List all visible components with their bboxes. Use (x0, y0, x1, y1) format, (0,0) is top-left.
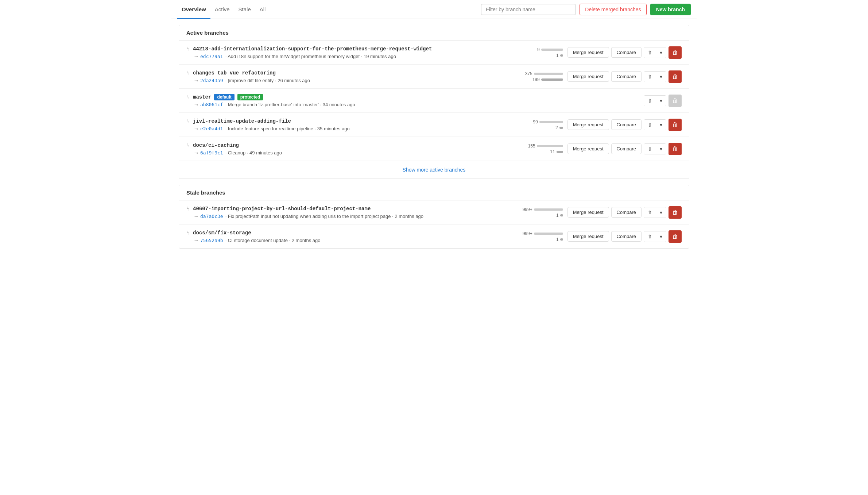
show-more-row: Show more active branches (179, 161, 689, 179)
branch-name-row: ⑂ jivl-realtime-update-adding-file (186, 118, 522, 124)
delete-branch-button[interactable]: 🗑 (669, 143, 682, 155)
delete-merged-button[interactable]: Delete merged branches (580, 4, 646, 15)
upload-dropdown-group: ⇧ ▾ (644, 95, 666, 106)
dropdown-button[interactable]: ▾ (656, 96, 666, 106)
branch-name: master (193, 94, 211, 100)
merge-request-button[interactable]: Merge request (567, 231, 609, 242)
commit-icon: ⊸ (194, 78, 198, 83)
stale-section-title: Stale branches (186, 189, 225, 196)
delete-branch-button[interactable]: 🗑 (669, 119, 682, 131)
branch-info: ⑂ 44218-add-internationalization-support… (186, 46, 524, 59)
compare-button[interactable]: Compare (611, 119, 642, 130)
upload-button[interactable]: ⇧ (644, 96, 656, 106)
behind-bar-row: 999+ (521, 231, 563, 236)
nav-tab-overview[interactable]: Overview (177, 0, 210, 19)
behind-bar-row: 155 (524, 143, 563, 149)
branch-row: ⑂ 40607-importing-project-by-url-should-… (179, 200, 689, 225)
branch-row: ⑂ 44218-add-internationalization-support… (179, 41, 689, 65)
bar-container: 375 199 (521, 71, 563, 82)
upload-button[interactable]: ⇧ (644, 120, 656, 130)
upload-button[interactable]: ⇧ (644, 72, 656, 82)
merge-request-button[interactable]: Merge request (567, 47, 609, 58)
row-actions: Merge request Compare ⇧ ▾ 🗑 (567, 46, 682, 59)
nav-tab-all[interactable]: All (255, 0, 270, 19)
dropdown-button[interactable]: ▾ (656, 231, 666, 242)
upload-dropdown-group: ⇧ ▾ (644, 119, 666, 130)
commit-hash-link[interactable]: e2e0a4d1 (200, 126, 223, 131)
dropdown-button[interactable]: ▾ (656, 47, 666, 58)
branch-commit-row: ⊸ 6af9f9c1 · Cleanup · 49 minutes ago (194, 150, 519, 156)
stats-bar: 155 11 (524, 143, 563, 154)
merge-request-button[interactable]: Merge request (567, 143, 609, 154)
compare-button[interactable]: Compare (611, 231, 642, 242)
compare-button[interactable]: Compare (611, 47, 642, 58)
commit-hash-link[interactable]: 2da243a9 (200, 78, 223, 83)
branch-row: ⑂ docs/sm/fix-storage ⊸ 75652a9b · CI st… (179, 225, 689, 248)
behind-count: 375 (521, 71, 532, 76)
nav-tab-active[interactable]: Active (210, 0, 234, 19)
stats-bar: 999+ 1 (521, 231, 563, 242)
commit-hash-link[interactable]: ab8061cf (200, 102, 223, 107)
commit-icon: ⊸ (194, 150, 198, 156)
upload-button[interactable]: ⇧ (644, 47, 656, 58)
filter-input[interactable] (481, 4, 576, 15)
upload-dropdown-group: ⇧ ▾ (644, 71, 666, 82)
active-section-header: Active branches (179, 25, 689, 41)
branch-name: 44218-add-internationalization-support-f… (193, 46, 432, 52)
commit-message: · Include feature spec for realtime pipe… (225, 126, 350, 131)
upload-button[interactable]: ⇧ (644, 207, 656, 218)
dropdown-button[interactable]: ▾ (656, 207, 666, 218)
commit-icon: ⊸ (194, 238, 198, 243)
dropdown-button[interactable]: ▾ (656, 120, 666, 130)
commit-hash-link[interactable]: edc779a1 (200, 54, 223, 59)
dropdown-button[interactable]: ▾ (656, 144, 666, 154)
commit-hash-link[interactable]: da7a0c3e (200, 214, 223, 219)
new-branch-button[interactable]: New branch (650, 4, 691, 15)
upload-button[interactable]: ⇧ (644, 231, 656, 242)
ahead-bar (559, 127, 563, 129)
merge-request-button[interactable]: Merge request (567, 119, 609, 130)
branch-commit-row: ⊸ e2e0a4d1 · Include feature spec for re… (194, 126, 522, 131)
row-actions: Merge request Compare ⇧ ▾ 🗑 (567, 230, 682, 243)
merge-request-button[interactable]: Merge request (567, 71, 609, 82)
compare-button[interactable]: Compare (611, 71, 642, 82)
badge-protected: protected (237, 94, 263, 100)
nav-tab-stale[interactable]: Stale (234, 0, 255, 19)
ahead-count: 2 (546, 125, 558, 130)
branch-icon: ⑂ (186, 230, 190, 236)
commit-hash-link[interactable]: 75652a9b (200, 238, 223, 243)
commit-icon: ⊸ (194, 102, 198, 107)
nav-tabs: OverviewActiveStaleAll (177, 0, 481, 19)
upload-button[interactable]: ⇧ (644, 144, 656, 154)
top-nav: OverviewActiveStaleAll Delete merged bra… (171, 0, 697, 19)
dropdown-button[interactable]: ▾ (656, 72, 666, 82)
branch-icon: ⑂ (186, 118, 190, 124)
branch-row: ⑂ changes_tab_vue_refactoring ⊸ 2da243a9… (179, 65, 689, 89)
upload-dropdown-group: ⇧ ▾ (644, 143, 666, 154)
ahead-bar (541, 78, 563, 81)
commit-hash-link[interactable]: 6af9f9c1 (200, 150, 223, 156)
compare-button[interactable]: Compare (611, 143, 642, 154)
merge-request-button[interactable]: Merge request (567, 207, 609, 218)
show-more-active-link[interactable]: Show more active branches (403, 167, 466, 173)
behind-count: 999+ (521, 231, 532, 236)
delete-branch-button[interactable]: 🗑 (669, 70, 682, 83)
active-section-title: Active branches (186, 30, 229, 36)
delete-branch-button[interactable]: 🗑 (669, 230, 682, 243)
delete-branch-button[interactable]: 🗑 (669, 206, 682, 219)
branch-name-row: ⑂ master defaultprotected (186, 94, 602, 100)
branch-name: docs/ci-caching (193, 142, 239, 148)
branch-icon: ⑂ (186, 94, 190, 100)
bar-container: 999+ 1 (521, 231, 563, 242)
compare-button[interactable]: Compare (611, 207, 642, 218)
ahead-bar-row: 2 (546, 125, 563, 130)
behind-count: 155 (524, 143, 535, 149)
branch-icon: ⑂ (186, 46, 190, 52)
delete-branch-button[interactable]: 🗑 (669, 46, 682, 59)
branch-name: changes_tab_vue_refactoring (193, 70, 276, 76)
ahead-bar-row: 1 (547, 237, 563, 242)
branch-info: ⑂ master defaultprotected ⊸ ab8061cf · M… (186, 94, 602, 107)
branch-name-row: ⑂ changes_tab_vue_refactoring (186, 70, 516, 76)
behind-count: 9 (528, 47, 540, 52)
delete-branch-button: 🗑 (669, 95, 682, 107)
